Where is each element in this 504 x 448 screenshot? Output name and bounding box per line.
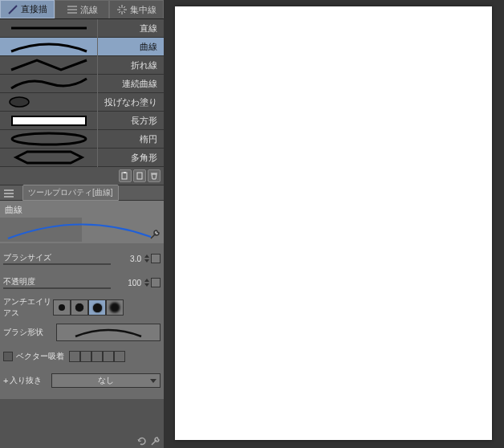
tool-item-rectangle[interactable]: 長方形 xyxy=(0,112,164,130)
svg-marker-15 xyxy=(16,152,82,163)
preview-label: 曲線 xyxy=(0,202,164,218)
prop-label: ブラシサイズ xyxy=(3,252,53,263)
panel-menu-icon[interactable] xyxy=(2,185,16,200)
tool-label: 投げなわ塗り xyxy=(98,96,164,108)
vector-snap-opt-4[interactable] xyxy=(103,351,114,362)
tool-label: 曲線 xyxy=(98,41,164,53)
line-preview-icon xyxy=(5,20,93,36)
ellipse-preview-icon xyxy=(5,131,93,147)
vector-snap-opt-5[interactable] xyxy=(114,351,125,362)
panel-footer xyxy=(0,434,164,448)
tab-direct-draw[interactable]: 直接描 xyxy=(0,0,55,18)
prop-brush-shape: ブラシ形状 xyxy=(3,322,161,343)
in-out-dropdown[interactable]: なし xyxy=(51,373,161,388)
revert-icon[interactable] xyxy=(136,435,148,446)
tool-label: 楕円 xyxy=(98,133,164,145)
svg-line-10 xyxy=(119,11,120,13)
curve-preview-svg xyxy=(0,218,161,242)
stepper-down[interactable] xyxy=(144,283,149,287)
brush-shape-preview[interactable] xyxy=(56,324,161,341)
page-icon xyxy=(136,172,144,180)
tab-label: 集中線 xyxy=(130,4,156,16)
polyline-preview-icon xyxy=(5,57,93,73)
tool-preview-area: 曲線 xyxy=(0,201,164,243)
prop-label: アンチエイリアス xyxy=(3,296,53,319)
aa-option-medium[interactable] xyxy=(88,299,106,316)
aa-option-weak[interactable] xyxy=(71,299,88,316)
tool-item-continuous-curve[interactable]: 連続曲線 xyxy=(0,75,164,93)
aa-option-strong[interactable] xyxy=(106,299,124,316)
vector-snap-opt-1[interactable] xyxy=(69,351,80,362)
prop-antialias: アンチエイリアス xyxy=(3,296,161,319)
clipboard-icon xyxy=(121,172,129,180)
svg-rect-18 xyxy=(137,173,142,179)
prop-label: ブラシ形状 xyxy=(3,327,53,338)
settings-icon[interactable] xyxy=(149,435,161,446)
tool-label: 多角形 xyxy=(98,152,164,164)
lasso-preview-icon xyxy=(5,94,93,110)
prop-label: ベクター吸着 xyxy=(16,351,64,362)
flowline-icon xyxy=(67,4,78,15)
tool-label: 長方形 xyxy=(98,115,164,127)
stepper-down[interactable] xyxy=(144,259,149,263)
brush-size-value[interactable]: 3.0 xyxy=(117,255,141,263)
svg-point-14 xyxy=(12,133,86,145)
svg-line-9 xyxy=(124,6,125,8)
trash-icon xyxy=(150,172,158,180)
polygon-preview-icon xyxy=(5,149,93,165)
tool-label: 直線 xyxy=(98,22,164,35)
svg-rect-17 xyxy=(124,172,126,173)
tool-list: 直線 曲線 折れ線 連続曲線 投げなわ塗り 長方形 楕円 多角形 xyxy=(0,19,164,167)
new-button[interactable] xyxy=(133,169,146,182)
svg-line-11 xyxy=(124,11,125,13)
tool-item-line[interactable]: 直線 xyxy=(0,19,164,38)
opacity-value[interactable]: 100 xyxy=(117,279,141,287)
prop-label: 入り抜き xyxy=(10,375,48,386)
tool-label: 連続曲線 xyxy=(98,78,164,90)
tab-flowline[interactable]: 流線 xyxy=(55,0,109,18)
tool-property-tab[interactable]: ツールプロパティ[曲線] xyxy=(22,185,119,201)
tab-focusline[interactable]: 集中線 xyxy=(109,0,164,18)
line-icon xyxy=(7,4,18,15)
canvas[interactable] xyxy=(175,6,492,440)
stepper-up[interactable] xyxy=(144,279,149,282)
vector-snap-checkbox[interactable] xyxy=(3,352,13,361)
curve-preview-icon xyxy=(5,39,93,55)
aa-option-none[interactable] xyxy=(53,299,71,316)
expand-icon[interactable]: + xyxy=(3,376,8,385)
tool-item-curve[interactable]: 曲線 xyxy=(0,38,164,56)
vector-snap-opt-2[interactable] xyxy=(80,351,91,362)
tool-action-bar xyxy=(0,167,164,185)
tool-item-ellipse[interactable]: 楕円 xyxy=(0,130,164,149)
tool-properties: ブラシサイズ 3.0 不透明度 100 アンチエイリアス xyxy=(0,243,164,399)
rectangle-preview-icon xyxy=(11,116,87,126)
brush-size-slider[interactable] xyxy=(3,263,111,265)
tool-tabs: 直接描 流線 集中線 xyxy=(0,0,164,19)
vector-snap-opt-3[interactable] xyxy=(91,351,103,362)
tool-property-header: ツールプロパティ[曲線] xyxy=(0,185,164,201)
canvas-area xyxy=(164,0,504,448)
prop-brush-size: ブラシサイズ 3.0 xyxy=(3,248,161,269)
stepper-up[interactable] xyxy=(144,255,149,258)
tool-item-polyline[interactable]: 折れ線 xyxy=(0,56,164,75)
curve-preview xyxy=(0,218,164,242)
delete-button[interactable] xyxy=(148,169,161,182)
focusline-icon xyxy=(116,4,128,15)
svg-point-13 xyxy=(10,97,29,107)
prop-label: 不透明度 xyxy=(3,276,53,287)
continuous-curve-preview-icon xyxy=(5,75,93,92)
antialias-options xyxy=(53,299,124,316)
tool-item-lasso-fill[interactable]: 投げなわ塗り xyxy=(0,93,164,112)
clipboard-button[interactable] xyxy=(119,169,132,182)
svg-rect-20 xyxy=(4,193,14,194)
opacity-toggle[interactable] xyxy=(151,278,161,287)
svg-rect-19 xyxy=(4,189,14,191)
brush-shape-icon xyxy=(72,325,144,340)
brush-size-toggle[interactable] xyxy=(151,254,161,263)
wrench-icon[interactable] xyxy=(149,229,161,240)
prop-in-out: + 入り抜き なし xyxy=(3,370,161,391)
svg-line-0 xyxy=(9,6,17,14)
opacity-slider[interactable] xyxy=(3,287,111,289)
tool-item-polygon[interactable]: 多角形 xyxy=(0,149,164,167)
tool-label: 折れ線 xyxy=(98,59,164,71)
